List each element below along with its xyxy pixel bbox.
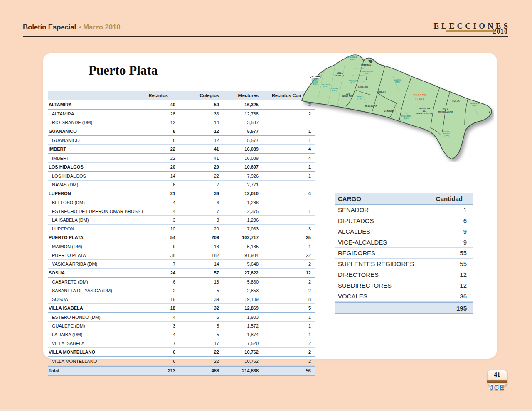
row-recintos-eyt (263, 198, 315, 207)
row-recintos-eyt (263, 118, 315, 127)
row-electores: 1,286 (223, 198, 263, 207)
row-electores: 12,869 (223, 304, 263, 313)
row-recintos-eyt: 25 (263, 233, 315, 242)
row-recintos-eyt: 4 (263, 154, 315, 163)
cargo-total-label (335, 302, 425, 314)
row-colegios: 6 (180, 198, 223, 207)
row-electores: 2,853 (223, 286, 263, 295)
row-colegios: 5 (180, 322, 223, 330)
row-municipality: SOSUA (48, 295, 143, 304)
row-recintos: 21 (143, 189, 180, 198)
row-electores: 27,822 (223, 269, 263, 278)
row-recintos: 6 (143, 348, 180, 357)
row-electores: 10,762 (223, 357, 263, 366)
table-row: IMBERT 22 41 16,089 4 (48, 145, 315, 154)
cargo-value: 9 (425, 237, 473, 248)
row-electores: 214,868 (223, 366, 263, 376)
table-row: VILLA ISABELA 18 32 12,869 5 (48, 304, 315, 313)
cargo-row: SENADOR 1 (335, 205, 473, 215)
row-recintos-eyt: 2 (263, 100, 315, 110)
row-colegios: 7 (180, 207, 223, 216)
row-recintos-eyt: 4 (263, 145, 315, 154)
cargo-row: DIPUTADOS 6 (335, 215, 473, 226)
row-colegios: 5 (180, 313, 223, 322)
row-municipality: LUPERON (48, 225, 143, 233)
row-recintos-eyt: 2 (263, 357, 315, 366)
table-row: VILLA MONTELLANO 6 22 10,762 2 (48, 348, 315, 357)
row-recintos-eyt: 5 (263, 304, 315, 313)
header-municipality (48, 91, 143, 100)
row-electores: 5,860 (223, 278, 263, 286)
cargo-row: VICE-ALCALDES 9 (335, 237, 473, 248)
table-row: GUANANICO 8 12 5,577 1 (48, 127, 315, 136)
row-colegios: 39 (180, 295, 223, 304)
row-municipality: SABANETA DE YASICA (DM) (48, 286, 143, 295)
table-row: MAIMON (DM) 9 13 5,135 1 (48, 242, 315, 251)
row-recintos-eyt: 8 (263, 295, 315, 304)
precincts-table: Recintos Colegios Electores Recintos Con… (48, 91, 315, 376)
cargo-table: CARGO Cantidad SENADOR 1 DIPUTADOS 6 ALC… (335, 193, 473, 314)
row-recintos: 10 (143, 225, 180, 233)
row-electores: 16,325 (223, 100, 263, 110)
row-colegios: 41 (180, 145, 223, 154)
row-colegios: 36 (180, 189, 223, 198)
row-municipality: NAVAS (DM) (48, 181, 143, 189)
row-colegios: 3 (180, 216, 223, 225)
cargo-label: VOCALES (335, 291, 425, 302)
cargo-total-value: 195 (425, 302, 473, 314)
row-colegios: 20 (180, 225, 223, 233)
row-electores: 1,572 (223, 322, 263, 330)
table-row: LA ISABELA (DM) 3 3 1,286 (48, 216, 315, 225)
row-recintos-eyt: 1 (263, 242, 315, 251)
row-electores: 91,934 (223, 251, 263, 260)
row-recintos: 2 (143, 286, 180, 295)
row-colegios: 50 (180, 100, 223, 110)
row-municipality: ALTAMIRA (48, 110, 143, 118)
row-recintos: 7 (143, 339, 180, 348)
row-municipality: ALTAMIRA (48, 100, 143, 110)
row-colegios: 41 (180, 154, 223, 163)
bulletin-title: Boletín Especial (23, 23, 76, 31)
row-recintos: 6 (143, 357, 180, 366)
row-electores: 1,874 (223, 330, 263, 339)
row-recintos-eyt: 56 (263, 366, 315, 376)
row-recintos-eyt (263, 216, 315, 225)
table-row: ALTAMIRA 28 36 12,738 2 (48, 110, 315, 118)
table-row: GUANANICO 8 12 5,577 1 (48, 136, 315, 145)
row-electores: 5,648 (223, 260, 263, 269)
row-colegios: 14 (180, 118, 223, 127)
cargo-label: SUBDIRECTORES (335, 280, 425, 291)
header-recintos: Recintos (143, 91, 180, 100)
table-row: ESTRECHO DE LUPERON OMAR BROSS (DM) 4 7 … (48, 207, 315, 216)
row-recintos: 9 (143, 242, 180, 251)
row-municipality: LA ISABELA (DM) (48, 216, 143, 225)
row-municipality: SOSUA (48, 269, 143, 278)
masthead-left: Boletín Especial•Marzo 2010 (23, 23, 121, 32)
page-title: Puerto Plata (89, 63, 158, 78)
gold-underline (446, 30, 495, 32)
cargo-label: DIRECTORES (335, 269, 425, 280)
row-recintos-eyt: 1 (263, 136, 315, 145)
table-row: LOS HIDALGOS 14 22 7,926 1 (48, 172, 315, 181)
row-electores: 3,587 (223, 118, 263, 127)
elecciones-year: 2010 (493, 28, 508, 35)
row-colegios: 488 (180, 366, 223, 376)
row-municipality: PUERTO PLATA (48, 251, 143, 260)
cargo-row: VOCALES 36 (335, 291, 473, 302)
row-electores: 19,109 (223, 295, 263, 304)
bulletin-date: Marzo 2010 (83, 23, 121, 31)
row-municipality: LUPERON (48, 189, 143, 198)
cargo-value: 12 (425, 269, 473, 280)
row-municipality: ESTRECHO DE LUPERON OMAR BROSS (DM) (48, 207, 143, 216)
row-municipality: MAIMON (DM) (48, 242, 143, 251)
table-row: NAVAS (DM) 6 7 2,771 (48, 181, 315, 189)
masthead-rule (23, 36, 508, 37)
row-colegios: 5 (180, 330, 223, 339)
row-municipality: Total (48, 366, 143, 376)
row-electores: 1,286 (223, 216, 263, 225)
row-municipality: IMBERT (48, 145, 143, 154)
row-municipality: YASICA ARRIBA (DM) (48, 260, 143, 269)
cargo-row: DIRECTORES 12 (335, 269, 473, 280)
row-recintos: 4 (143, 198, 180, 207)
row-recintos-eyt: 1 (263, 322, 315, 330)
